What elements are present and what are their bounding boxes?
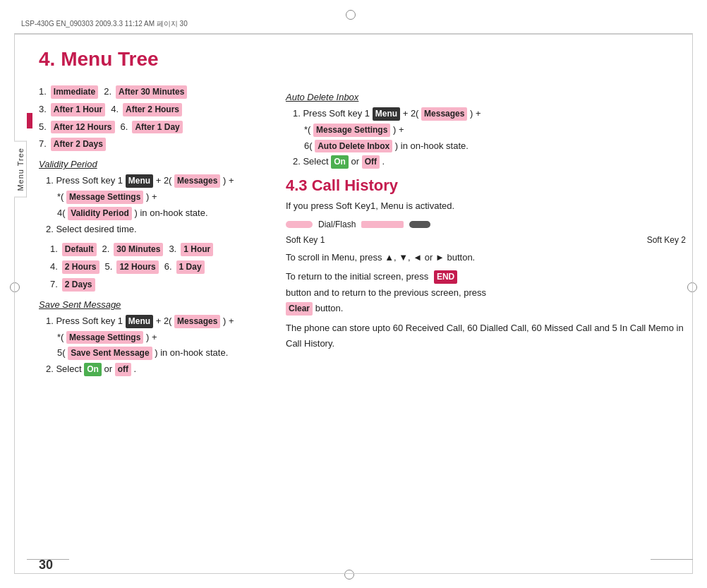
reg-mark-bottom xyxy=(344,570,354,580)
call-history-intro: If you press Soft Key1, Menu is activate… xyxy=(286,199,686,214)
validity-period-heading: Validity Period xyxy=(39,159,265,169)
adi-line1: 1. Press Soft key 1 Menu + 2( Messages )… xyxy=(293,107,686,121)
badge-2hours: 2 Hours xyxy=(62,260,99,274)
dial-flash-label: Dial/Flash xyxy=(318,220,356,229)
bottom-border xyxy=(14,573,693,574)
auto-delete-instructions: 1. Press Soft key 1 Menu + 2( Messages )… xyxy=(286,107,686,169)
header-bar: LSP-430G EN_090303 2009.3.3 11:12 AM 페이지… xyxy=(14,14,693,34)
vp-line3: 4( Validity Period ) in on-hook state. xyxy=(46,206,265,221)
dial-flash-bar-center xyxy=(361,221,404,228)
badge-autodeleteinbox: Auto Delete Inbox xyxy=(315,140,392,153)
vp-line1: 1. Press Soft key 1 Menu + 2( Messages )… xyxy=(46,174,265,188)
badge-on-ssm: On xyxy=(84,363,102,376)
page-title: 4. Menu Tree xyxy=(39,48,686,71)
dots-right xyxy=(409,221,430,228)
dial-flash-bar: Dial/Flash xyxy=(286,220,686,229)
accent-bar xyxy=(27,113,32,128)
clear-line: Clear button. xyxy=(286,301,686,316)
badge-default: Default xyxy=(62,243,97,256)
softkey2-label: Soft Key 2 xyxy=(647,235,686,245)
validity-row-1: 1. Default 2. 30 Minutes 3. 1 Hour xyxy=(50,242,265,257)
badge-after1day: After 1 Day xyxy=(132,121,182,134)
columns: 1. Immediate 2. After 30 Minutes 3. Afte… xyxy=(39,85,686,560)
softkey-labels: Soft Key 1 Soft Key 2 xyxy=(286,235,686,245)
badge-after2days: After 2 Days xyxy=(51,138,106,151)
badge-msgsettings-ssm: Message Settings xyxy=(66,331,143,344)
badge-messages-adi: Messages xyxy=(421,107,467,121)
badge-2days: 2 Days xyxy=(62,278,95,292)
badge-messages-ssm: Messages xyxy=(174,315,220,328)
badge-validityperiod: Validity Period xyxy=(68,207,132,220)
badge-1day: 1 Day xyxy=(176,260,205,274)
header-text: LSP-430G EN_090303 2009.3.3 11:12 AM 페이지… xyxy=(21,19,188,29)
badge-off-ssm: off xyxy=(115,363,131,376)
ssm-line3: 5( Save Sent Message ) in on-hook state. xyxy=(46,346,265,361)
after-hours-row-2: 3. After 1 Hour 4. After 2 Hours xyxy=(39,102,265,117)
badge-after1hour: After 1 Hour xyxy=(51,103,105,116)
badge-12hours: 12 Hours xyxy=(116,260,158,274)
adi-line2: *( Message Settings ) + xyxy=(293,123,686,138)
adi-line4: 2. Select On or Off . xyxy=(293,155,686,169)
scroll-text: To scroll in Menu, press ▲, ▼, ◄ or ► bu… xyxy=(286,251,686,265)
auto-delete-inbox-heading: Auto Delete Inbox xyxy=(286,92,686,102)
badge-30min: 30 Minutes xyxy=(114,243,163,256)
main-content: 4. Menu Tree 1. Immediate 2. After 30 Mi… xyxy=(39,34,686,560)
ssm-line4: 2. Select On or off . xyxy=(46,362,265,377)
badge-1hour: 1 Hour xyxy=(181,243,213,256)
badge-msgsettings-adi: Message Settings xyxy=(313,124,390,137)
vp-line4: 2. Select desired time. xyxy=(46,222,265,237)
store-text: The phone can store upto 60 Received Cal… xyxy=(286,320,686,352)
save-sent-instructions: 1. Press Soft key 1 Menu + 2( Messages )… xyxy=(39,314,265,377)
after-hours-row-1: 1. Immediate 2. After 30 Minutes xyxy=(39,85,265,100)
validity-sub-items: 1. Default 2. 30 Minutes 3. 1 Hour 4. 2 … xyxy=(39,242,265,292)
right-border xyxy=(692,34,693,574)
badge-menu-adi: Menu xyxy=(373,107,400,121)
validity-period-instructions: 1. Press Soft key 1 Menu + 2( Messages )… xyxy=(39,174,265,236)
badge-after2hours: After 2 Hours xyxy=(123,103,182,116)
badge-on-adi: On xyxy=(331,155,349,169)
badge-menu-vp: Menu xyxy=(126,174,153,188)
badge-clear: Clear xyxy=(286,302,313,316)
badge-savesentmessage: Save Sent Message xyxy=(68,347,152,360)
validity-row-2: 4. 2 Hours 5. 12 Hours 6. 1 Day xyxy=(50,260,265,275)
badge-after30min: After 30 Minutes xyxy=(116,85,187,99)
badge-off-adi: Off xyxy=(362,155,380,169)
after-hours-row-3: 5. After 12 Hours 6. After 1 Day xyxy=(39,120,265,135)
right-column: Auto Delete Inbox 1. Press Soft key 1 Me… xyxy=(286,85,686,560)
badge-end: END xyxy=(434,270,457,284)
dots-left xyxy=(286,221,313,228)
validity-row-3: 7. 2 Days xyxy=(50,277,265,292)
left-border xyxy=(14,34,15,574)
badge-immediate: Immediate xyxy=(51,85,98,99)
ssm-line2: *( Message Settings ) + xyxy=(46,330,265,345)
page-number: 30 xyxy=(39,558,53,572)
ssm-line1: 1. Press Soft key 1 Menu + 2( Messages )… xyxy=(46,314,265,329)
return-prev-line: button and to return to the previous scr… xyxy=(286,286,686,301)
badge-menu-ssm: Menu xyxy=(126,315,153,328)
badge-after12hours: After 12 Hours xyxy=(51,121,115,134)
return-initial-line: To return to the initial screen, press E… xyxy=(286,270,686,284)
badge-messages-vp: Messages xyxy=(174,174,220,188)
softkey1-label: Soft Key 1 xyxy=(286,235,325,245)
save-sent-message-heading: Save Sent Message xyxy=(39,299,265,310)
reg-mark-left xyxy=(10,282,20,292)
left-column: 1. Immediate 2. After 30 Minutes 3. Afte… xyxy=(39,85,265,560)
vp-line2: *( Message Settings ) + xyxy=(46,190,265,205)
after-hours-row-4: 7. After 2 Days xyxy=(39,137,265,152)
side-tab: Menu Tree xyxy=(14,141,27,198)
badge-msgsettings-vp: Message Settings xyxy=(66,191,143,204)
call-history-title: 4.3 Call History xyxy=(286,176,686,195)
adi-line3: 6( Auto Delete Inbox ) in on-hook state. xyxy=(293,139,686,154)
